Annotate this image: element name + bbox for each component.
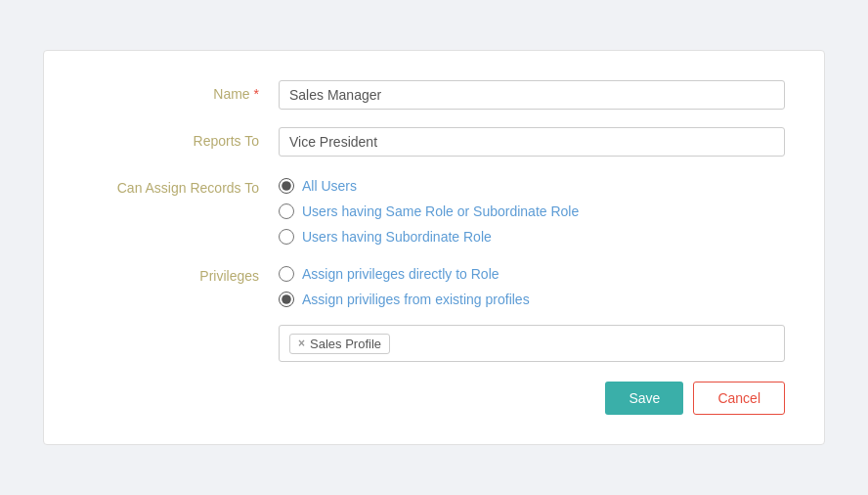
- radio-assign-profiles-label: Assign priviliges from existing profiles: [302, 292, 530, 307]
- name-row: Name *: [83, 80, 785, 110]
- privileges-label-text: Privileges: [199, 268, 259, 284]
- radio-all-users-label: All Users: [302, 178, 357, 194]
- privileges-label: Privileges: [83, 262, 279, 284]
- button-row: Save Cancel: [83, 382, 785, 415]
- privileges-radio-group: Assign privileges directly to Role Assig…: [279, 262, 530, 307]
- radio-subordinate-role[interactable]: Users having Subordinate Role: [279, 229, 579, 245]
- radio-assign-directly-label: Assign privileges directly to Role: [302, 266, 499, 282]
- cancel-button[interactable]: Cancel: [693, 382, 785, 415]
- radio-subordinate-role-label: Users having Subordinate Role: [302, 229, 492, 245]
- radio-subordinate-role-input[interactable]: [279, 229, 294, 245]
- save-button[interactable]: Save: [605, 382, 683, 415]
- name-input[interactable]: [279, 80, 785, 110]
- can-assign-row: Can Assign Records To All Users Users ha…: [83, 174, 785, 245]
- radio-same-role-label: Users having Same Role or Subordinate Ro…: [302, 203, 579, 219]
- profiles-tag-input[interactable]: × Sales Profile: [279, 325, 785, 362]
- name-required-indicator: *: [254, 86, 259, 102]
- radio-same-role[interactable]: Users having Same Role or Subordinate Ro…: [279, 203, 579, 219]
- tag-label: Sales Profile: [310, 337, 381, 351]
- radio-assign-profiles[interactable]: Assign priviliges from existing profiles: [279, 292, 530, 307]
- form-container: Name * Reports To Can Assign Records To …: [43, 50, 825, 445]
- radio-assign-directly-input[interactable]: [279, 266, 294, 282]
- can-assign-label: Can Assign Records To: [83, 174, 279, 196]
- privileges-row: Privileges Assign privileges directly to…: [83, 262, 785, 307]
- radio-all-users-input[interactable]: [279, 178, 294, 194]
- radio-same-role-input[interactable]: [279, 203, 294, 219]
- reports-to-input[interactable]: [279, 127, 785, 157]
- name-label: Name *: [83, 80, 279, 102]
- reports-to-label-text: Reports To: [194, 133, 259, 149]
- sales-profile-tag: × Sales Profile: [289, 334, 390, 354]
- can-assign-radio-group: All Users Users having Same Role or Subo…: [279, 174, 579, 245]
- name-label-text: Name: [213, 86, 249, 102]
- reports-to-label: Reports To: [83, 127, 279, 149]
- can-assign-label-text: Can Assign Records To: [117, 180, 259, 196]
- radio-assign-directly[interactable]: Assign privileges directly to Role: [279, 266, 530, 282]
- radio-all-users[interactable]: All Users: [279, 178, 579, 194]
- reports-to-row: Reports To: [83, 127, 785, 157]
- tag-close-icon[interactable]: ×: [298, 337, 305, 350]
- radio-assign-profiles-input[interactable]: [279, 292, 294, 307]
- profiles-row: × Sales Profile: [279, 325, 785, 362]
